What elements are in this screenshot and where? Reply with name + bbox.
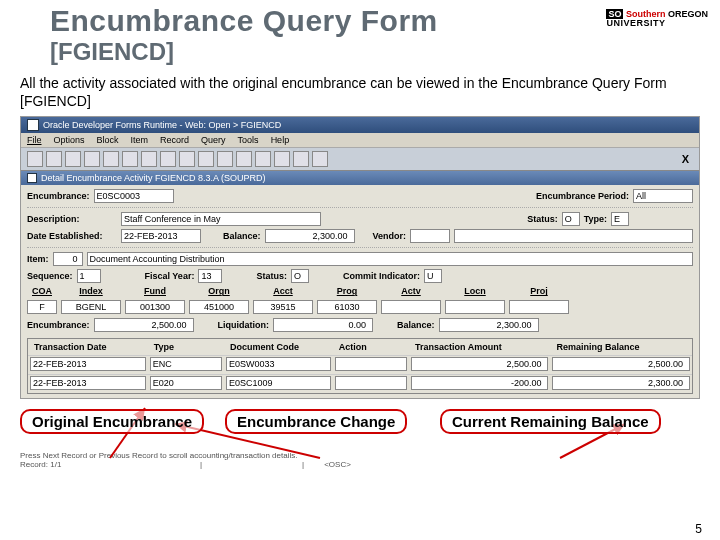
table-row[interactable]: 22-FEB-2013 ENC E0SW0033 2,500.00 2,500.… [28,355,692,374]
balance-label: Balance: [223,231,261,241]
item-field[interactable]: 0 [53,252,83,266]
enc-summary-field[interactable]: 2,500.00 [94,318,194,332]
xquery-icon[interactable] [293,151,309,167]
cancel-query-icon[interactable] [160,151,176,167]
transactions-table: Transaction Date Type Document Code Acti… [27,338,693,394]
commit-label: Commit Indicator: [343,271,420,281]
table-row[interactable]: 22-FEB-2013 E020 E0SC1009 -200.00 2,300.… [28,374,692,393]
proj-field[interactable] [509,300,569,314]
cell-action[interactable] [335,357,407,371]
acct-field[interactable]: 39515 [253,300,313,314]
prev-record-icon[interactable] [179,151,195,167]
menu-help[interactable]: Help [271,135,290,145]
window-titlebar: Oracle Developer Forms Runtime - Web: Op… [21,117,699,133]
annotation-balance: Current Remaining Balance [440,409,661,434]
description-field[interactable]: Staff Conference in May [121,212,321,226]
cell-date[interactable]: 22-FEB-2013 [30,357,146,371]
cell-doc[interactable]: E0SC1009 [226,376,331,390]
prev-block-icon[interactable] [217,151,233,167]
next-record-icon[interactable] [198,151,214,167]
menu-file[interactable]: File [27,135,42,145]
detail-status-field[interactable]: O [291,269,309,283]
menu-tools[interactable]: Tools [238,135,259,145]
type-field[interactable]: E [611,212,629,226]
th-balance: Remaining Balance [550,339,692,355]
locn-field[interactable] [445,300,505,314]
vendor-name-field[interactable] [454,229,693,243]
sequence-field[interactable]: 1 [77,269,101,283]
save-icon[interactable] [27,151,43,167]
fiscal-year-field[interactable]: 13 [198,269,222,283]
app-icon [27,119,39,131]
bal-summary-field[interactable]: 2,300.00 [439,318,539,332]
menu-bar[interactable]: File Options Block Item Record Query Too… [21,133,699,148]
col-locn: Locn [445,286,505,296]
cell-type[interactable]: ENC [150,357,222,371]
print-icon[interactable] [274,151,290,167]
status-field[interactable]: O [562,212,580,226]
select-icon[interactable] [65,151,81,167]
encperiod-label: Encumbrance Period: [536,191,629,201]
commit-field[interactable]: U [424,269,442,283]
menu-options[interactable]: Options [54,135,85,145]
date-est-field[interactable]: 22-FEB-2013 [121,229,201,243]
item-desc-field[interactable]: Document Accounting Distribution [87,252,693,266]
description-text: All the activity associated with the ori… [0,66,720,116]
th-type: Type [148,339,224,355]
cell-amount[interactable]: 2,500.00 [411,357,549,371]
menu-query[interactable]: Query [201,135,226,145]
th-doc: Document Code [224,339,333,355]
menu-block[interactable]: Block [97,135,119,145]
annotation-original: Original Encumbrance [20,409,204,434]
cell-amount[interactable]: -200.00 [411,376,549,390]
cell-doc[interactable]: E0SW0033 [226,357,331,371]
delete-icon[interactable] [103,151,119,167]
vendor-field[interactable] [410,229,450,243]
col-orgn: Orgn [189,286,249,296]
cell-balance[interactable]: 2,500.00 [552,357,690,371]
close-button[interactable]: X [678,153,693,165]
balance-field[interactable]: 2,300.00 [265,229,355,243]
menu-record[interactable]: Record [160,135,189,145]
section-icon [27,173,37,183]
cell-type[interactable]: E020 [150,376,222,390]
actv-field[interactable] [381,300,441,314]
insert-icon[interactable] [84,151,100,167]
toolbar: X [21,148,699,171]
prog-field[interactable]: 61030 [317,300,377,314]
enter-query-icon[interactable] [122,151,138,167]
index-field[interactable]: BGENL [61,300,121,314]
next-block-icon[interactable] [236,151,252,167]
encumbrance-label: Encumbrance: [27,191,90,201]
col-coa: COA [27,286,57,296]
cell-date[interactable]: 22-FEB-2013 [30,376,146,390]
item-label: Item: [27,254,49,264]
th-amount: Transaction Amount [409,339,551,355]
status-label: Status: [527,214,558,224]
cell-balance[interactable]: 2,300.00 [552,376,690,390]
menu-item[interactable]: Item [131,135,149,145]
th-action: Action [333,339,409,355]
coa-field[interactable]: F [27,300,57,314]
university-logo: SO Southern OREGON UNIVERSITY [606,10,708,28]
rollback-icon[interactable] [46,151,62,167]
encumbrance-field[interactable]: E0SC0003 [94,189,174,203]
status-bar: Press Next Record or Previous Record to … [20,451,700,469]
vendor-label: Vendor: [373,231,407,241]
liq-field[interactable]: 0.00 [273,318,373,332]
help-icon[interactable] [312,151,328,167]
detail-status-label: Status: [256,271,287,281]
col-fund: Fund [125,286,185,296]
cell-action[interactable] [335,376,407,390]
fund-field[interactable]: 001300 [125,300,185,314]
description-label: Description: [27,214,117,224]
encperiod-field[interactable]: All [633,189,693,203]
col-proj: Proj [509,286,569,296]
col-prog: Prog [317,286,377,296]
liq-label: Liquidation: [218,320,270,330]
window-title: Oracle Developer Forms Runtime - Web: Op… [43,120,281,130]
view-icon[interactable] [255,151,271,167]
type-label: Type: [584,214,607,224]
orgn-field[interactable]: 451000 [189,300,249,314]
execute-query-icon[interactable] [141,151,157,167]
